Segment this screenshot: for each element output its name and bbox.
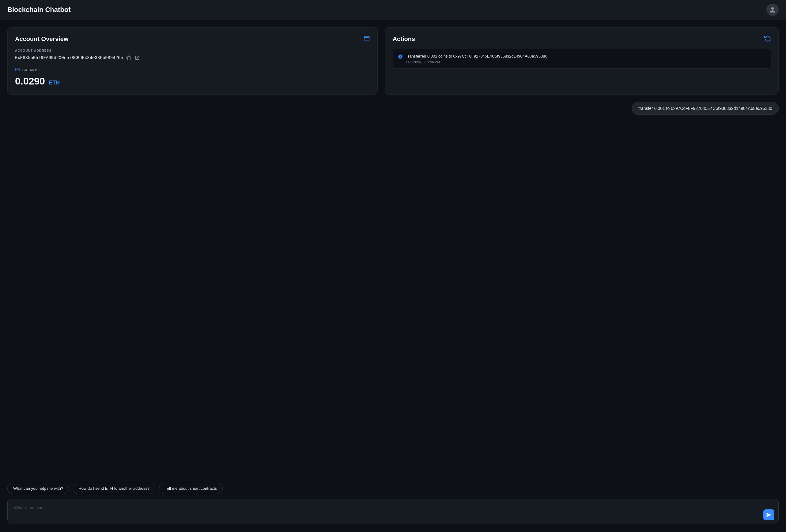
account-overview-card: Account Overview ACCOUNT ADDRESS 0xE8355… <box>7 27 378 95</box>
balance-amount: 0.0290 <box>15 76 45 87</box>
cards-row: Account Overview ACCOUNT ADDRESS 0xE8355… <box>7 27 779 95</box>
chat-area: transfer 0.001 to 0x97CcF8F927045E4C5f93… <box>7 102 779 525</box>
send-button[interactable] <box>763 509 775 521</box>
address-label: ACCOUNT ADDRESS <box>15 49 370 52</box>
balance-currency: ETH <box>49 79 60 86</box>
balance-display: 0.0290 ETH <box>15 76 370 87</box>
copy-address-button[interactable] <box>125 55 132 61</box>
actions-card-header: Actions <box>393 35 771 43</box>
transaction-description: Transferred 0.001 coins to 0x97CcF8F9270… <box>406 53 766 59</box>
actions-card-title: Actions <box>393 35 415 43</box>
main-content: Account Overview ACCOUNT ADDRESS 0xE8355… <box>0 20 786 532</box>
suggestions-bar: What can you help me with? How do I send… <box>7 483 779 494</box>
suggestion-btn-2[interactable]: Tell me about smart contracts <box>159 483 223 494</box>
copy-icon <box>126 55 131 60</box>
user-icon <box>769 6 776 13</box>
account-address-row: 0xE835505f9EA994200c578CBdE434e38Fb98942… <box>15 55 370 61</box>
app-title: Blockchain Chatbot <box>7 6 71 14</box>
balance-label-row: BALANCE <box>15 67 370 73</box>
suggestion-btn-0[interactable]: What can you help me with? <box>7 483 69 494</box>
user-avatar[interactable] <box>766 4 779 16</box>
user-message: transfer 0.001 to 0x97CcF8F927045E4C5f93… <box>632 102 779 115</box>
balance-section: BALANCE 0.0290 ETH <box>15 67 370 87</box>
send-icon <box>766 512 771 517</box>
message-input[interactable] <box>7 499 779 524</box>
suggestion-btn-1[interactable]: How do I send ETH to another address? <box>73 483 155 494</box>
transaction-item: Transferred 0.001 coins to 0x97CcF8F9270… <box>393 49 771 69</box>
balance-icon <box>15 67 20 73</box>
user-message-text: transfer 0.001 to 0x97CcF8F927045E4C5f93… <box>638 106 772 111</box>
address-section: ACCOUNT ADDRESS 0xE835505f9EA994200c578C… <box>15 49 370 61</box>
info-icon <box>398 54 403 60</box>
credit-card-icon <box>363 35 370 43</box>
history-icon <box>764 35 771 43</box>
transaction-timestamp: 11/9/2024, 3:39:36 PM <box>406 60 766 64</box>
account-card-header: Account Overview <box>15 35 370 43</box>
external-link-button[interactable] <box>134 55 140 61</box>
input-area <box>7 499 779 525</box>
account-card-title: Account Overview <box>15 35 69 43</box>
external-link-icon <box>135 55 140 60</box>
actions-card: Actions Transferred 0.001 coins to 0x97C… <box>385 27 779 95</box>
messages-area: transfer 0.001 to 0x97CcF8F927045E4C5f93… <box>7 102 779 478</box>
balance-label: BALANCE <box>22 69 40 72</box>
address-value: 0xE835505f9EA994200c578CBdE434e38Fb98942… <box>15 55 123 60</box>
transaction-details: Transferred 0.001 coins to 0x97CcF8F9270… <box>406 53 766 64</box>
header: Blockchain Chatbot <box>0 0 786 20</box>
